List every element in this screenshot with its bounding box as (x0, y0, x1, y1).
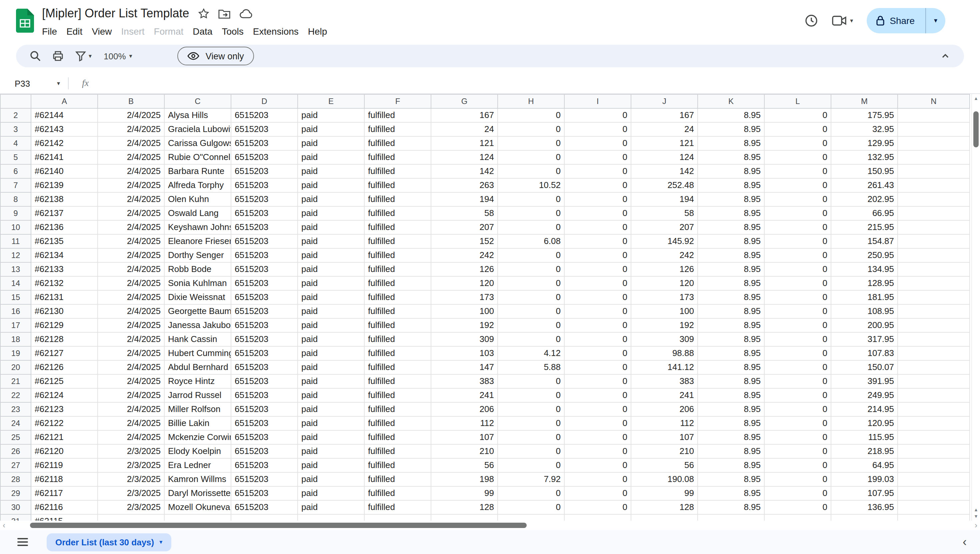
cell-A8[interactable]: #62138 (31, 192, 98, 206)
cell-F26[interactable]: fulfilled (364, 444, 431, 458)
menu-tools[interactable]: Tools (217, 24, 248, 38)
cell-K23[interactable]: 8.95 (698, 402, 764, 416)
cell-F22[interactable]: fulfilled (364, 388, 431, 402)
cell-C2[interactable]: Alysa Hills (164, 108, 231, 123)
cell-D11[interactable]: 6515203 (231, 234, 298, 248)
cell-N25[interactable] (898, 430, 970, 444)
cell-J15[interactable]: 173 (631, 290, 698, 304)
cell-A28[interactable]: #62118 (31, 472, 98, 486)
cell-K2[interactable]: 8.95 (698, 108, 764, 123)
cell-K19[interactable]: 8.95 (698, 346, 764, 360)
cell-F19[interactable]: fulfilled (364, 346, 431, 360)
cell-M17[interactable]: 200.95 (831, 318, 898, 332)
cell-H25[interactable]: 0 (498, 430, 564, 444)
cell-J25[interactable]: 107 (631, 430, 698, 444)
cell-D7[interactable]: 6515203 (231, 178, 298, 192)
cell-G28[interactable]: 198 (431, 472, 498, 486)
cell-F17[interactable]: fulfilled (364, 318, 431, 332)
cell-M14[interactable]: 128.95 (831, 276, 898, 290)
cell-J5[interactable]: 124 (631, 150, 698, 164)
cell-B15[interactable]: 2/4/2025 (98, 290, 164, 304)
cell-H2[interactable]: 0 (498, 108, 564, 123)
cell-M7[interactable]: 261.43 (831, 178, 898, 192)
cell-H3[interactable]: 0 (498, 123, 564, 136)
cell-M28[interactable]: 199.03 (831, 472, 898, 486)
cell-H20[interactable]: 5.88 (498, 360, 564, 374)
cell-N29[interactable] (898, 486, 970, 500)
cell-K29[interactable]: 8.95 (698, 486, 764, 500)
column-header-L[interactable]: L (764, 94, 831, 108)
share-dropdown-button[interactable]: ▾ (925, 8, 945, 33)
cell-K8[interactable]: 8.95 (698, 192, 764, 206)
cell-C27[interactable]: Era Ledner (164, 458, 231, 472)
cell-H21[interactable]: 0 (498, 374, 564, 388)
cell-G24[interactable]: 112 (431, 416, 498, 430)
sheet-tab-order-list[interactable]: Order List (last 30 days) ▾ (47, 533, 171, 551)
cell-A29[interactable]: #62117 (31, 486, 98, 500)
cell-B24[interactable]: 2/4/2025 (98, 416, 164, 430)
cell-B10[interactable]: 2/4/2025 (98, 220, 164, 234)
cell-B29[interactable]: 2/3/2025 (98, 486, 164, 500)
cell-J20[interactable]: 141.12 (631, 360, 698, 374)
row-header-13[interactable]: 13 (0, 262, 31, 276)
cell-L20[interactable]: 0 (764, 360, 831, 374)
cell-D20[interactable]: 6515203 (231, 360, 298, 374)
cell-M10[interactable]: 215.95 (831, 220, 898, 234)
cell-M22[interactable]: 249.95 (831, 388, 898, 402)
cell-F12[interactable]: fulfilled (364, 248, 431, 262)
cell-A25[interactable]: #62121 (31, 430, 98, 444)
cell-I12[interactable]: 0 (564, 248, 631, 262)
row-header-17[interactable]: 17 (0, 318, 31, 332)
print-icon[interactable] (48, 46, 68, 66)
cell-L8[interactable]: 0 (764, 192, 831, 206)
cell-A30[interactable]: #62116 (31, 500, 98, 514)
cell-M20[interactable]: 150.07 (831, 360, 898, 374)
cell-L3[interactable]: 0 (764, 123, 831, 136)
cell-E29[interactable]: paid (298, 486, 364, 500)
column-header-I[interactable]: I (564, 94, 631, 108)
cell-C5[interactable]: Rubie O"Connell (164, 150, 231, 164)
row-header-31[interactable]: 31 (0, 514, 31, 521)
row-header-15[interactable]: 15 (0, 290, 31, 304)
cell-L22[interactable]: 0 (764, 388, 831, 402)
cell-G23[interactable]: 206 (431, 402, 498, 416)
cell-C19[interactable]: Hubert Cummings (164, 346, 231, 360)
column-header-G[interactable]: G (431, 94, 498, 108)
cell-I4[interactable]: 0 (564, 136, 631, 150)
cell-G31[interactable] (431, 514, 498, 521)
cell-G12[interactable]: 242 (431, 248, 498, 262)
cell-D17[interactable]: 6515203 (231, 318, 298, 332)
cell-L30[interactable]: 0 (764, 500, 831, 514)
cell-L16[interactable]: 0 (764, 304, 831, 318)
cell-I10[interactable]: 0 (564, 220, 631, 234)
cell-E6[interactable]: paid (298, 164, 364, 178)
cell-J12[interactable]: 242 (631, 248, 698, 262)
filter-views-icon[interactable]: ▾ (71, 46, 95, 66)
cell-I18[interactable]: 0 (564, 332, 631, 346)
cell-H10[interactable]: 0 (498, 220, 564, 234)
cell-J10[interactable]: 207 (631, 220, 698, 234)
cell-G16[interactable]: 100 (431, 304, 498, 318)
cell-I11[interactable]: 0 (564, 234, 631, 248)
cell-G30[interactable]: 128 (431, 500, 498, 514)
cell-B7[interactable]: 2/4/2025 (98, 178, 164, 192)
cell-B30[interactable]: 2/3/2025 (98, 500, 164, 514)
cell-J31[interactable] (631, 514, 698, 521)
cell-N23[interactable] (898, 402, 970, 416)
cell-K25[interactable]: 8.95 (698, 430, 764, 444)
cell-B8[interactable]: 2/4/2025 (98, 192, 164, 206)
cell-N19[interactable] (898, 346, 970, 360)
row-header-6[interactable]: 6 (0, 164, 31, 178)
cell-G15[interactable]: 173 (431, 290, 498, 304)
cell-K24[interactable]: 8.95 (698, 416, 764, 430)
cell-I29[interactable]: 0 (564, 486, 631, 500)
cell-I20[interactable]: 0 (564, 360, 631, 374)
cell-D23[interactable]: 6515203 (231, 402, 298, 416)
column-header-F[interactable]: F (364, 94, 431, 108)
cell-H17[interactable]: 0 (498, 318, 564, 332)
cell-N22[interactable] (898, 388, 970, 402)
cell-H31[interactable] (498, 514, 564, 521)
cell-C12[interactable]: Dorthy Senger (164, 248, 231, 262)
cell-E14[interactable]: paid (298, 276, 364, 290)
row-header-12[interactable]: 12 (0, 248, 31, 262)
